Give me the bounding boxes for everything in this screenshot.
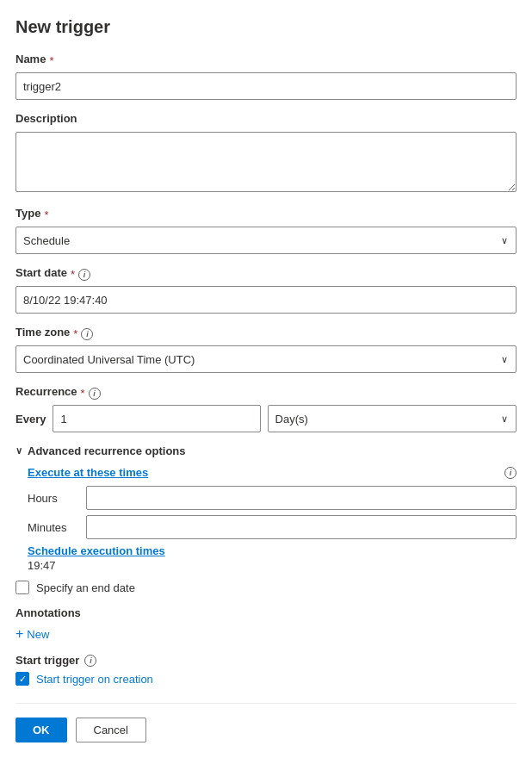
time-zone-select[interactable]: Coordinated Universal Time (UTC) Eastern… <box>15 345 517 373</box>
recurrence-unit-select[interactable]: Day(s) Hour(s) Minute(s) Week(s) Month(s… <box>268 405 517 432</box>
start-trigger-label-row: Start trigger i <box>15 654 517 667</box>
name-field-group: Name * <box>15 53 517 100</box>
minutes-row: Minutes <box>28 515 517 539</box>
start-date-label: Start date <box>15 266 67 279</box>
footer-buttons: OK Cancel <box>15 718 517 742</box>
description-field-group: Description <box>15 112 517 195</box>
annotations-label: Annotations <box>15 606 517 619</box>
start-date-required: * <box>71 268 75 281</box>
new-annotation-button[interactable]: + New <box>15 626 49 642</box>
hours-input[interactable] <box>86 486 517 510</box>
recurrence-field-group: Recurrence * i Every Day(s) Hour(s) Minu… <box>15 385 517 432</box>
start-trigger-info-icon[interactable]: i <box>84 655 96 667</box>
recurrence-unit-wrapper: Day(s) Hour(s) Minute(s) Week(s) Month(s… <box>268 405 517 432</box>
annotations-section: Annotations + New <box>15 606 517 642</box>
every-label: Every <box>15 413 46 426</box>
type-label: Type <box>15 207 40 220</box>
minutes-label: Minutes <box>28 521 79 534</box>
description-label: Description <box>15 112 77 125</box>
new-button-label: New <box>27 628 49 641</box>
description-input[interactable] <box>15 132 517 192</box>
name-input[interactable] <box>15 72 517 100</box>
execute-link[interactable]: Execute at these times <box>28 466 148 479</box>
start-date-field-group: Start date * i <box>15 266 517 314</box>
end-date-checkbox[interactable] <box>15 581 29 594</box>
page-title: New trigger <box>15 17 517 37</box>
start-trigger-checkbox[interactable]: ✓ <box>15 672 29 686</box>
start-trigger-section: Start trigger i ✓ Start trigger on creat… <box>15 654 517 686</box>
name-required: * <box>49 54 53 67</box>
start-trigger-checkbox-row: ✓ Start trigger on creation <box>15 672 517 686</box>
time-zone-required: * <box>73 327 77 340</box>
type-select[interactable]: Schedule Tumbling window Event <box>15 227 517 254</box>
schedule-time-value: 19:47 <box>28 559 517 572</box>
execute-info-icon[interactable]: i <box>504 467 517 479</box>
type-field-group: Type * Schedule Tumbling window Event ∨ <box>15 207 517 254</box>
time-zone-info-icon[interactable]: i <box>81 328 93 340</box>
time-zone-label: Time zone <box>15 326 70 339</box>
recurrence-number-input[interactable] <box>53 405 260 432</box>
minutes-input[interactable] <box>86 515 517 539</box>
ok-button[interactable]: OK <box>15 718 67 742</box>
hours-label: Hours <box>28 492 79 505</box>
footer-divider <box>15 703 517 704</box>
end-date-row: Specify an end date <box>15 581 517 594</box>
execute-header: Execute at these times i <box>28 466 517 479</box>
name-label: Name <box>15 53 46 65</box>
type-required: * <box>44 208 48 221</box>
recurrence-number-wrapper <box>53 405 260 432</box>
start-trigger-checkbox-label: Start trigger on creation <box>36 673 153 686</box>
advanced-section: ∨ Advanced recurrence options Execute at… <box>15 444 517 572</box>
advanced-chevron-icon: ∨ <box>15 445 22 457</box>
recurrence-info-icon[interactable]: i <box>89 388 101 400</box>
type-select-wrapper: Schedule Tumbling window Event ∨ <box>15 227 517 254</box>
start-date-info-icon[interactable]: i <box>78 269 90 281</box>
start-date-input[interactable] <box>15 286 517 314</box>
cancel-button[interactable]: Cancel <box>76 718 146 742</box>
time-zone-select-wrapper: Coordinated Universal Time (UTC) Eastern… <box>15 345 517 373</box>
plus-icon: + <box>15 626 23 642</box>
hours-row: Hours <box>28 486 517 510</box>
end-date-label: Specify an end date <box>36 581 135 594</box>
recurrence-row: Every Day(s) Hour(s) Minute(s) Week(s) M… <box>15 405 517 432</box>
schedule-link[interactable]: Schedule execution times <box>28 544 165 557</box>
advanced-toggle[interactable]: ∨ Advanced recurrence options <box>15 444 517 457</box>
recurrence-required: * <box>81 387 85 400</box>
start-trigger-label: Start trigger <box>15 654 79 667</box>
advanced-toggle-label: Advanced recurrence options <box>28 444 186 457</box>
recurrence-label: Recurrence <box>15 385 77 398</box>
time-zone-field-group: Time zone * i Coordinated Universal Time… <box>15 326 517 373</box>
advanced-content: Execute at these times i Hours Minutes S… <box>15 466 517 572</box>
check-icon: ✓ <box>19 674 27 684</box>
schedule-execution-section: Schedule execution times 19:47 <box>28 544 517 572</box>
